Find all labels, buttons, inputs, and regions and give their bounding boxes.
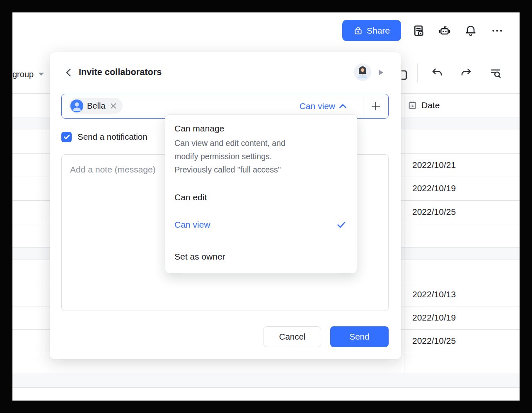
menu-item-can-manage[interactable]: Can manage bbox=[165, 122, 357, 135]
send-button[interactable]: Send bbox=[330, 326, 389, 347]
date-cell[interactable]: 2022/10/19 bbox=[412, 306, 516, 329]
column-divider bbox=[43, 93, 43, 353]
description-line: Can view and edit content, and bbox=[174, 136, 311, 150]
date-value: 2022/10/13 bbox=[412, 289, 456, 299]
grid-line bbox=[12, 387, 520, 388]
date-cell[interactable]: 2022/10/21 bbox=[412, 153, 516, 177]
grid-line bbox=[12, 374, 520, 374]
cancel-button[interactable]: Cancel bbox=[264, 326, 321, 347]
undo-icon bbox=[431, 67, 443, 79]
chevron-up-icon bbox=[339, 104, 347, 109]
group-selector[interactable]: group bbox=[12, 67, 44, 82]
user-avatar-icon bbox=[70, 100, 83, 112]
permission-dropdown: Can manage Can view and edit content, an… bbox=[165, 114, 357, 274]
date-value: 2022/10/19 bbox=[412, 313, 456, 323]
notification-label: Send a notification bbox=[77, 132, 148, 142]
remove-chip-button[interactable] bbox=[109, 102, 117, 110]
notifications-button[interactable] bbox=[463, 23, 478, 38]
menu-item-label: Can view bbox=[174, 219, 210, 231]
date-value: 2022/10/21 bbox=[412, 160, 456, 170]
search-list-icon bbox=[489, 67, 502, 79]
input-divider bbox=[363, 94, 363, 118]
triangle-right-icon bbox=[378, 69, 384, 76]
chevron-left-icon bbox=[64, 68, 73, 77]
table-header-date[interactable]: Date bbox=[407, 93, 515, 117]
date-cell[interactable]: 2022/10/13 bbox=[412, 283, 516, 306]
clipped-icon bbox=[401, 67, 408, 83]
close-icon bbox=[110, 102, 117, 109]
undo-button[interactable] bbox=[430, 66, 445, 80]
notification-row: Send a notification bbox=[61, 131, 148, 143]
document-lock-icon bbox=[412, 24, 425, 37]
menu-item-description[interactable]: Can view and edit content, and modify pe… bbox=[165, 135, 322, 176]
collaborator-avatar bbox=[354, 63, 371, 81]
description-line: Previously called "full access" bbox=[174, 163, 311, 176]
redo-icon bbox=[460, 67, 472, 79]
caret-down-icon bbox=[39, 73, 44, 76]
back-button[interactable] bbox=[61, 66, 75, 80]
share-button[interactable]: Share bbox=[342, 20, 401, 41]
date-value: 2022/10/25 bbox=[412, 336, 456, 346]
redo-button[interactable] bbox=[459, 66, 474, 80]
automation-button[interactable] bbox=[437, 23, 452, 38]
plus-icon bbox=[370, 101, 381, 112]
notification-checkbox[interactable] bbox=[61, 132, 72, 142]
check-icon bbox=[337, 221, 346, 228]
permission-value: Can view bbox=[300, 101, 335, 111]
group-band bbox=[12, 374, 520, 387]
permissions-button[interactable] bbox=[411, 23, 426, 38]
more-button[interactable] bbox=[490, 23, 505, 38]
menu-item-can-edit[interactable]: Can edit bbox=[165, 191, 357, 204]
date-cell[interactable]: 2022/10/25 bbox=[412, 200, 516, 224]
menu-divider bbox=[165, 242, 357, 242]
robot-icon bbox=[438, 24, 451, 37]
bell-icon bbox=[464, 24, 477, 37]
dialog-header: Invite collaborators bbox=[50, 52, 401, 92]
add-collaborator-button[interactable] bbox=[367, 97, 385, 115]
check-icon bbox=[63, 134, 70, 140]
date-cell[interactable]: 2022/10/19 bbox=[412, 177, 516, 200]
menu-item-set-as-owner[interactable]: Set as owner bbox=[165, 250, 357, 263]
date-value: 2022/10/25 bbox=[412, 207, 456, 217]
column-header-label: Date bbox=[421, 100, 440, 110]
date-value: 2022/10/19 bbox=[412, 183, 456, 193]
screenshot-frame: Date 2022/10/21 2022/10/19 2022/10/25 20… bbox=[0, 0, 532, 413]
collaborator-chip[interactable]: Bella bbox=[69, 98, 123, 114]
date-cell[interactable]: 2022/10/25 bbox=[412, 329, 516, 352]
group-label: group bbox=[12, 70, 34, 79]
toolbar-divider bbox=[417, 63, 418, 83]
dialog-actions: Cancel Send bbox=[264, 326, 389, 347]
expand-collaborators-button[interactable] bbox=[378, 69, 384, 76]
menu-item-label: Can manage bbox=[174, 122, 224, 135]
search-records-button[interactable] bbox=[488, 66, 503, 80]
menu-item-can-view[interactable]: Can view bbox=[165, 219, 357, 231]
menu-item-label: Set as owner bbox=[174, 250, 225, 263]
dialog-title: Invite collaborators bbox=[79, 52, 162, 92]
menu-item-label: Can edit bbox=[174, 191, 207, 204]
share-button-label: Share bbox=[367, 26, 390, 36]
chip-name: Bella bbox=[87, 101, 105, 111]
description-line: modify permission settings. bbox=[174, 150, 311, 163]
calendar-icon bbox=[407, 100, 418, 110]
app-window: Date 2022/10/21 2022/10/19 2022/10/25 20… bbox=[12, 12, 520, 401]
column-divider bbox=[404, 93, 404, 374]
ellipsis-icon bbox=[491, 24, 504, 37]
lock-icon bbox=[353, 26, 363, 35]
